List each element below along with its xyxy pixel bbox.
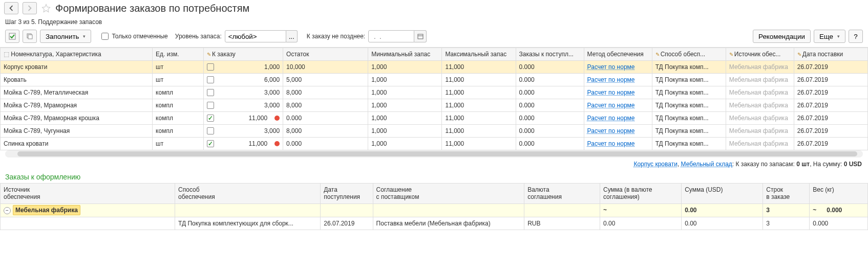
row-checkbox[interactable] [207, 140, 214, 147]
main-grid[interactable]: ⬚ Номенклатура, Характеристика Ед. изм. … [0, 48, 868, 150]
svg-rect-2 [28, 35, 32, 39]
method-link[interactable]: Расчет по норме [587, 89, 635, 96]
row-checkbox[interactable] [207, 115, 214, 122]
orders-grid[interactable]: Источникобеспечения Способобеспечения Да… [0, 183, 868, 230]
method-link[interactable]: Расчет по норме [587, 115, 635, 122]
method-link[interactable]: Расчет по норме [587, 140, 635, 147]
alert-dot-icon [274, 141, 280, 146]
col2-currency[interactable]: Валютасоглашения [524, 184, 600, 204]
more-button[interactable]: Еще [814, 30, 845, 43]
method-link[interactable]: Расчет по норме [587, 63, 635, 71]
col-incoming[interactable]: Заказы к поступл... [516, 48, 584, 61]
stock-level-label: Уровень запаса: [175, 33, 222, 40]
link-warehouse[interactable]: Мебельный склад [681, 161, 732, 168]
svg-rect-3 [418, 34, 423, 39]
favorite-icon[interactable] [41, 3, 51, 13]
order-row[interactable]: ТД Покупка комплектующих для сборк... 26… [1, 217, 868, 230]
col2-sum-cur[interactable]: Сумма (в валютесоглашения) [600, 184, 681, 204]
col-nomenclature[interactable]: ⬚ Номенклатура, Характеристика [1, 48, 153, 61]
order-before-date-input[interactable] [368, 30, 414, 42]
orders-section-title: Заказы к оформлению [0, 171, 868, 183]
col-unit[interactable]: Ед. изм. [153, 48, 204, 61]
nav-back-button[interactable] [4, 2, 18, 14]
table-row[interactable]: Спинка кроватишт11,0000.0001,00011,0000.… [1, 138, 868, 150]
only-checked-checkbox[interactable] [101, 33, 109, 40]
stock-level-more-button[interactable]: ... [286, 30, 298, 42]
table-row[interactable]: Мойка С-789, Металлическаякомпл3,0008,00… [1, 86, 868, 99]
nav-forward-button[interactable] [23, 2, 37, 14]
col-min[interactable]: Минимальный запас [368, 48, 442, 61]
step-indicator: Шаг 3 из 5. Поддержание запасов [0, 16, 868, 28]
col2-lines[interactable]: Строкв заказе [763, 184, 810, 204]
calendar-button[interactable] [414, 30, 427, 42]
row-checkbox[interactable] [207, 76, 214, 83]
check-all-button[interactable] [5, 30, 19, 43]
only-checked-label: Только отмеченные [112, 33, 167, 40]
method-link[interactable]: Расчет по норме [587, 102, 635, 109]
copy-button[interactable] [23, 30, 37, 43]
recommendations-button[interactable]: Рекомендации [753, 30, 811, 43]
col-order[interactable]: ✎К заказу [203, 48, 283, 61]
row-checkbox[interactable] [207, 127, 214, 134]
horizontal-scrollbar[interactable] [5, 150, 863, 157]
status-line: Корпус кровати, Мебельный склад: К заказ… [0, 157, 868, 171]
col2-way[interactable]: Способобеспечения [175, 184, 321, 204]
table-row[interactable]: Кроватьшт6,0005,0001,00011,0000.000Расче… [1, 74, 868, 86]
col-way[interactable]: ✎Способ обесп... [652, 48, 726, 61]
col-method[interactable]: Метод обеспечения [584, 48, 652, 61]
table-row[interactable]: Мойка С-789, Мраморная крошкакомпл11,000… [1, 112, 868, 125]
row-checkbox[interactable] [207, 102, 214, 109]
row-checkbox[interactable] [207, 63, 214, 71]
table-row[interactable]: Мойка С-789, Мраморнаякомпл3,0008,0001,0… [1, 99, 868, 112]
svg-rect-0 [9, 33, 15, 39]
col-date[interactable]: ✎Дата поставки [794, 48, 867, 61]
order-before-label: К заказу не позднее: [307, 33, 365, 40]
stock-level-input[interactable] [225, 30, 286, 42]
col2-weight[interactable]: Вес (кг) [810, 184, 868, 204]
col2-source[interactable]: Источникобеспечения [1, 184, 175, 204]
table-row[interactable]: Корпус кроватишт1,00010,0001,00011,0000.… [1, 61, 868, 74]
col-rest[interactable]: Остаток [283, 48, 368, 61]
collapse-icon[interactable]: − [4, 207, 11, 214]
help-button[interactable]: ? [849, 30, 863, 43]
fill-button[interactable]: Заполнить [40, 30, 91, 43]
method-link[interactable]: Расчет по норме [587, 76, 635, 83]
group-row[interactable]: −Мебельная фабрика ~ 0.00 3 ~ 0.000 [1, 203, 868, 217]
col2-date[interactable]: Датапоступления [321, 184, 373, 204]
col-max[interactable]: Максимальный запас [442, 48, 516, 61]
alert-dot-icon [274, 116, 280, 121]
col2-sum-usd[interactable]: Сумма (USD) [682, 184, 763, 204]
table-row[interactable]: Мойка С-789, Чугуннаякомпл3,0008,0001,00… [1, 125, 868, 138]
row-checkbox[interactable] [207, 89, 214, 96]
col-source[interactable]: ✎Источник обес... [726, 48, 794, 61]
method-link[interactable]: Расчет по норме [587, 127, 635, 134]
link-item[interactable]: Корпус кровати [633, 161, 677, 168]
page-title: Формирование заказов по потребностям [55, 3, 249, 14]
col2-agreement[interactable]: Соглашениес поставщиком [373, 184, 524, 204]
